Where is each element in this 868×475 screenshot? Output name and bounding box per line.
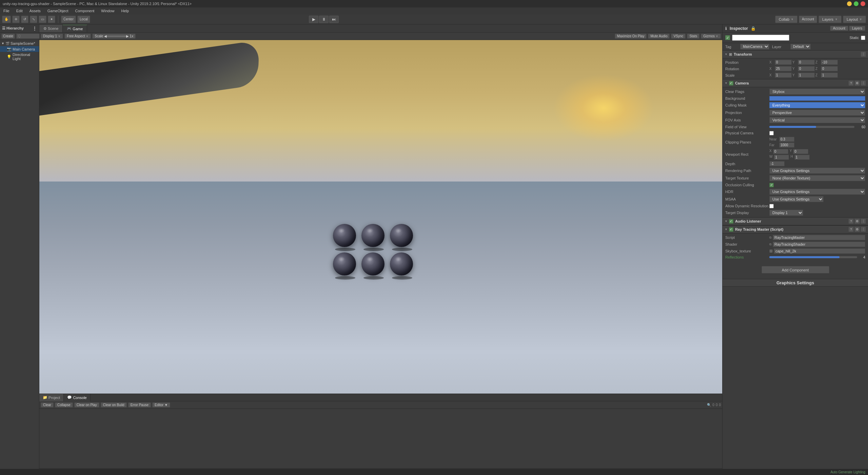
fov-slider-track[interactable] — [769, 126, 854, 128]
collab-btn[interactable]: Collab ▼ — [775, 16, 797, 23]
project-tab[interactable]: 📁 Project — [39, 394, 64, 401]
local-btn[interactable]: Local — [77, 16, 90, 23]
menu-gameobject[interactable]: GameObject — [46, 8, 70, 13]
vsync-btn[interactable]: VSync — [671, 34, 686, 39]
audio-checkbox[interactable]: ✓ — [729, 219, 733, 224]
mute-btn[interactable]: Mute Audio — [648, 34, 670, 39]
layers-btn[interactable]: Layers ▼ — [818, 16, 842, 23]
pause-button[interactable]: ⏸ — [319, 16, 329, 23]
editor-btn[interactable]: Editor ▼ — [152, 402, 170, 407]
gizmos-btn[interactable]: Gizmos ▼ — [701, 34, 721, 39]
static-checkbox[interactable] — [861, 36, 865, 40]
inspector-scroll[interactable]: ✓ Static Tag MainCamera Layer Default ▼ — [723, 33, 868, 475]
ray-tracing-header[interactable]: ▼ ✓ Ray Tracing Master (Script) ? ⚙ ⋮ — [723, 225, 868, 233]
account-tab[interactable]: Account — [830, 26, 848, 31]
lock-icon[interactable]: 🔒 — [751, 26, 756, 31]
physical-checkbox[interactable] — [769, 131, 774, 135]
rendering-dropdown[interactable]: Use Graphics Settings — [769, 168, 865, 174]
close-button[interactable] — [861, 1, 865, 6]
graphics-settings-header[interactable]: Graphics Settings — [723, 279, 868, 287]
transform-header[interactable]: ▼ ⊞ Transform ⋮ — [723, 50, 868, 58]
tool-rotate[interactable]: ↺ — [21, 16, 28, 23]
console-tab[interactable]: 💬 Console — [64, 394, 90, 401]
msaa-dropdown[interactable]: Use Graphics Settings — [769, 196, 824, 202]
obj-active-checkbox[interactable]: ✓ — [725, 35, 730, 40]
camera-header[interactable]: ▼ ✓ Camera ? ⚙ ⋮ — [723, 79, 868, 87]
aspect-btn[interactable]: Free Aspect ▼ — [64, 34, 91, 39]
obj-name-input[interactable] — [732, 35, 789, 41]
far-input[interactable] — [779, 142, 794, 148]
menu-window[interactable]: Window — [100, 8, 116, 13]
vp-w[interactable] — [774, 155, 789, 160]
hier-main-camera[interactable]: 📷 Main Camera — [0, 46, 39, 52]
camera-checkbox[interactable]: ✓ — [729, 81, 733, 86]
rot-x-input[interactable] — [775, 66, 792, 71]
target-texture-dropdown[interactable]: None (Render Texture) — [769, 175, 865, 181]
hdr-dropdown[interactable]: Use Graphics Settings — [769, 189, 865, 195]
scale-z-input[interactable] — [821, 73, 838, 78]
vp-y[interactable] — [793, 149, 808, 154]
display-btn[interactable]: Display 1 ▼ — [41, 34, 63, 39]
tool-hand[interactable]: ✋ — [2, 16, 11, 23]
audio-listener-header[interactable]: ▼ ✓ Audio Listener ? ⚙ ⋮ — [723, 217, 868, 225]
hier-dir-light[interactable]: 💡 Directional Light — [0, 52, 39, 61]
tag-dropdown[interactable]: MainCamera — [740, 44, 769, 50]
audio-settings-btn[interactable]: ⚙ — [854, 218, 860, 224]
maximize-play-btn[interactable]: Maximize On Play — [615, 34, 647, 39]
transform-menu-btn[interactable]: ⋮ — [861, 52, 866, 57]
shader-input[interactable] — [773, 242, 865, 247]
rt-help-btn[interactable]: ? — [848, 227, 854, 232]
menu-edit[interactable]: Edit — [15, 8, 24, 13]
culling-dropdown[interactable]: Everything — [769, 102, 865, 108]
menu-assets[interactable]: Assets — [28, 8, 42, 13]
scale-y-input[interactable] — [798, 73, 815, 78]
vp-h[interactable] — [794, 155, 810, 160]
cam-help-btn[interactable]: ? — [848, 80, 854, 86]
menu-component[interactable]: Component — [74, 8, 96, 13]
rot-z-input[interactable] — [821, 66, 838, 71]
fov-axis-dropdown[interactable]: Vertical — [769, 117, 865, 123]
play-button[interactable]: ▶ — [309, 16, 318, 23]
target-display-dropdown[interactable]: Display 1 — [769, 210, 803, 216]
cam-menu-btn[interactable]: ⋮ — [861, 80, 866, 86]
skybox-input[interactable] — [774, 248, 865, 254]
vp-x[interactable] — [773, 149, 788, 154]
scene-tab[interactable]: ⚙ Scene — [39, 25, 63, 32]
game-tab[interactable]: 🎮 Game — [63, 25, 87, 32]
add-component-btn[interactable]: Add Component — [762, 266, 829, 273]
pos-x-input[interactable] — [775, 60, 792, 65]
tool-rect[interactable]: ▭ — [39, 16, 46, 23]
collapse-btn[interactable]: Collapse — [55, 402, 73, 407]
audio-menu-btn[interactable]: ⋮ — [861, 218, 866, 224]
tool-move[interactable]: ✛ — [12, 16, 20, 23]
error-pause-btn[interactable]: Error Pause — [128, 402, 151, 407]
hier-create-btn[interactable]: Create — [1, 34, 15, 39]
step-button[interactable]: ⏭ — [329, 16, 339, 23]
scale-x-input[interactable] — [775, 73, 792, 78]
depth-input[interactable] — [769, 161, 785, 166]
pivot-btn[interactable]: Center — [61, 16, 76, 23]
clear-on-build-btn[interactable]: Clear on Build — [101, 402, 127, 407]
rt-menu-btn[interactable]: ⋮ — [861, 227, 866, 232]
layer-dropdown[interactable]: Default — [790, 44, 811, 50]
occlusion-checkbox[interactable]: ✓ — [769, 183, 774, 187]
clear-flags-dropdown[interactable]: Skybox — [769, 89, 865, 95]
minimize-button[interactable] — [847, 1, 852, 6]
stats-btn[interactable]: Stats — [687, 34, 699, 39]
cam-settings-btn[interactable]: ⚙ — [854, 80, 860, 86]
tool-scale[interactable]: ⤡ — [30, 16, 37, 23]
rt-settings-btn[interactable]: ⚙ — [854, 227, 860, 232]
hier-scene-item[interactable]: ▼ 🎬 SampleScene* — [0, 41, 39, 46]
pos-y-input[interactable] — [798, 60, 815, 65]
dynamic-res-checkbox[interactable] — [769, 204, 774, 208]
menu-help[interactable]: Help — [120, 8, 130, 13]
pos-z-input[interactable] — [821, 60, 838, 65]
background-color-picker[interactable] — [769, 96, 865, 101]
script-input[interactable] — [773, 235, 865, 240]
scale-btn[interactable]: Scale ◀────────▶ 1x — [92, 34, 136, 39]
rot-y-input[interactable] — [798, 66, 815, 71]
audio-help-btn[interactable]: ? — [848, 218, 854, 224]
clear-btn[interactable]: Clear — [41, 402, 54, 407]
menu-file[interactable]: File — [2, 8, 11, 13]
projection-dropdown[interactable]: Perspective — [769, 110, 865, 116]
